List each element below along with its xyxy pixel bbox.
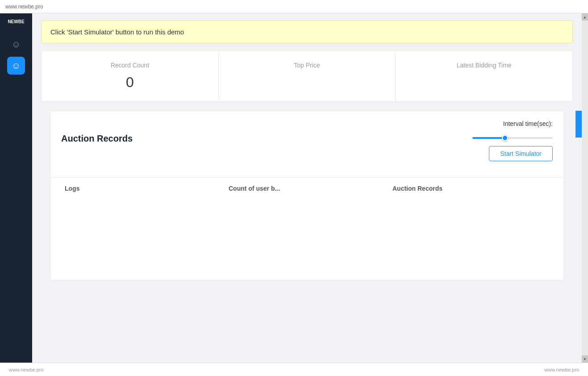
main-content: Click 'Start Simulator' button to run th… bbox=[32, 13, 582, 363]
slider-wrapper bbox=[472, 133, 553, 141]
right-scrollbar[interactable]: ▲ ▼ bbox=[582, 13, 588, 363]
scroll-track bbox=[582, 21, 588, 355]
sidebar-brand: NEWBE bbox=[8, 19, 24, 25]
sidebar-item-2[interactable]: ☺ bbox=[7, 57, 25, 75]
stats-card: Record Count 0 Top Price Latest Bidding … bbox=[41, 50, 573, 102]
panel-controls: Interval time(sec): Start Simulator bbox=[472, 120, 553, 161]
stat-latest-bidding: Latest Bidding Time bbox=[396, 51, 572, 101]
stat-top-price-label: Top Price bbox=[228, 62, 387, 69]
stat-latest-bidding-label: Latest Bidding Time bbox=[405, 62, 563, 69]
interval-slider[interactable] bbox=[472, 137, 553, 139]
stat-record-count: Record Count 0 bbox=[42, 51, 219, 101]
stat-top-price: Top Price bbox=[219, 51, 396, 101]
col-count-user: Count of user b... bbox=[225, 178, 389, 199]
panel-title: Auction Records bbox=[61, 134, 133, 144]
top-bar-url: www.newbe.pro bbox=[5, 4, 43, 10]
col-auction-records: Auction Records bbox=[389, 178, 553, 199]
top-bar: www.newbe.pro bbox=[0, 0, 588, 13]
table-header: Logs Count of user b... Auction Records bbox=[50, 177, 563, 199]
notification-text: Click 'Start Simulator' button to run th… bbox=[50, 28, 184, 36]
footer: www.newbe.pro www.newbe.pro bbox=[0, 363, 588, 376]
settings-button[interactable]: ⚙ bbox=[575, 111, 582, 138]
panel-header: Auction Records Interval time(sec): Star… bbox=[50, 111, 563, 168]
col-logs: Logs bbox=[61, 178, 225, 199]
face-icon-2: ☺ bbox=[12, 61, 21, 71]
start-simulator-button[interactable]: Start Simulator bbox=[489, 146, 553, 161]
sidebar-item-1[interactable]: ☺ bbox=[7, 35, 25, 53]
scroll-up-button[interactable]: ▲ bbox=[582, 13, 588, 21]
main-panel: Auction Records Interval time(sec): Star… bbox=[50, 111, 564, 280]
interval-label: Interval time(sec): bbox=[503, 120, 553, 127]
scroll-down-button[interactable]: ▼ bbox=[582, 355, 588, 363]
face-icon-1: ☺ bbox=[12, 39, 21, 50]
footer-left: www.newbe.pro bbox=[9, 367, 44, 372]
stat-record-count-value: 0 bbox=[50, 74, 209, 91]
stat-record-count-label: Record Count bbox=[50, 62, 209, 69]
footer-right: www.newbe.pro bbox=[544, 367, 579, 372]
notification-banner: Click 'Start Simulator' button to run th… bbox=[41, 21, 573, 43]
sidebar: NEWBE ☺ ☺ bbox=[0, 13, 32, 363]
